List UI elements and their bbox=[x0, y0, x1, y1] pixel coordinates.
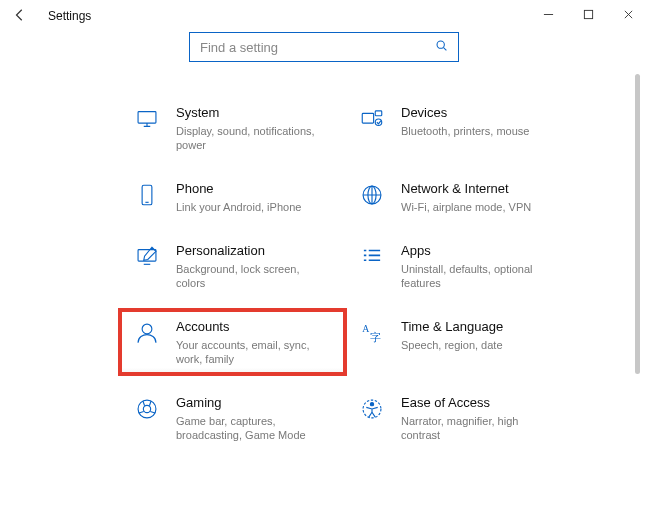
tile-title: Accounts bbox=[176, 318, 327, 336]
tile-desc: Wi-Fi, airplane mode, VPN bbox=[401, 200, 531, 214]
personalization-icon bbox=[130, 242, 164, 270]
svg-rect-0 bbox=[584, 10, 592, 18]
tile-title: Phone bbox=[176, 180, 301, 198]
search-icon bbox=[435, 39, 448, 55]
tile-title: Gaming bbox=[176, 394, 327, 412]
ease-of-access-icon bbox=[355, 394, 389, 422]
tile-title: Personalization bbox=[176, 242, 327, 260]
maximize-icon bbox=[583, 9, 594, 20]
svg-rect-4 bbox=[375, 111, 382, 116]
network-icon bbox=[355, 180, 389, 208]
window-controls bbox=[528, 9, 648, 23]
titlebar: Settings bbox=[0, 0, 648, 32]
tile-accounts[interactable]: Accounts Your accounts, email, sync, wor… bbox=[120, 310, 345, 374]
search-placeholder: Find a setting bbox=[200, 40, 278, 55]
tile-desc: Game bar, captures, broadcasting, Game M… bbox=[176, 414, 327, 442]
tile-desc: Display, sound, notifications, power bbox=[176, 124, 327, 152]
tile-desc: Your accounts, email, sync, work, family bbox=[176, 338, 327, 366]
svg-text:A: A bbox=[362, 323, 369, 334]
tile-desc: Speech, region, date bbox=[401, 338, 503, 352]
tile-phone[interactable]: Phone Link your Android, iPhone bbox=[120, 172, 345, 222]
accounts-icon bbox=[130, 318, 164, 346]
tile-system[interactable]: System Display, sound, notifications, po… bbox=[120, 96, 345, 160]
svg-text:字: 字 bbox=[370, 331, 381, 343]
tile-ease-of-access[interactable]: Ease of Access Narrator, magnifier, high… bbox=[345, 386, 570, 450]
close-icon bbox=[623, 9, 634, 20]
minimize-button[interactable] bbox=[528, 9, 568, 23]
settings-grid: System Display, sound, notifications, po… bbox=[0, 72, 648, 450]
tile-desc: Narrator, magnifier, high contrast bbox=[401, 414, 552, 442]
tile-devices[interactable]: Devices Bluetooth, printers, mouse bbox=[345, 96, 570, 160]
tile-desc: Bluetooth, printers, mouse bbox=[401, 124, 529, 138]
tile-personalization[interactable]: Personalization Background, lock screen,… bbox=[120, 234, 345, 298]
maximize-button[interactable] bbox=[568, 9, 608, 23]
svg-point-1 bbox=[437, 41, 444, 48]
tile-desc: Uninstall, defaults, optional features bbox=[401, 262, 552, 290]
gaming-icon bbox=[130, 394, 164, 422]
tile-apps[interactable]: Apps Uninstall, defaults, optional featu… bbox=[345, 234, 570, 298]
tile-title: Apps bbox=[401, 242, 552, 260]
svg-point-14 bbox=[143, 405, 150, 412]
devices-icon bbox=[355, 104, 389, 132]
phone-icon bbox=[130, 180, 164, 208]
svg-rect-2 bbox=[138, 112, 156, 123]
search-wrap: Find a setting bbox=[0, 32, 648, 62]
system-icon bbox=[130, 104, 164, 132]
tile-time-language[interactable]: A字 Time & Language Speech, region, date bbox=[345, 310, 570, 374]
svg-point-10 bbox=[142, 324, 152, 334]
arrow-left-icon bbox=[13, 8, 27, 22]
search-input[interactable]: Find a setting bbox=[189, 32, 459, 62]
tile-gaming[interactable]: Gaming Game bar, captures, broadcasting,… bbox=[120, 386, 345, 450]
apps-icon bbox=[355, 242, 389, 270]
svg-point-13 bbox=[138, 400, 156, 418]
back-button[interactable] bbox=[0, 8, 40, 25]
app-title: Settings bbox=[48, 9, 91, 23]
svg-rect-3 bbox=[362, 113, 373, 123]
tile-desc: Background, lock screen, colors bbox=[176, 262, 327, 290]
tile-desc: Link your Android, iPhone bbox=[176, 200, 301, 214]
tile-title: Time & Language bbox=[401, 318, 503, 336]
tile-title: System bbox=[176, 104, 327, 122]
svg-point-16 bbox=[370, 403, 373, 406]
tile-title: Devices bbox=[401, 104, 529, 122]
scrollbar[interactable] bbox=[635, 74, 640, 374]
tile-title: Ease of Access bbox=[401, 394, 552, 412]
close-button[interactable] bbox=[608, 9, 648, 23]
time-language-icon: A字 bbox=[355, 318, 389, 346]
tile-network[interactable]: Network & Internet Wi-Fi, airplane mode,… bbox=[345, 172, 570, 222]
minimize-icon bbox=[543, 9, 554, 20]
content-area: System Display, sound, notifications, po… bbox=[0, 72, 648, 512]
tile-title: Network & Internet bbox=[401, 180, 531, 198]
